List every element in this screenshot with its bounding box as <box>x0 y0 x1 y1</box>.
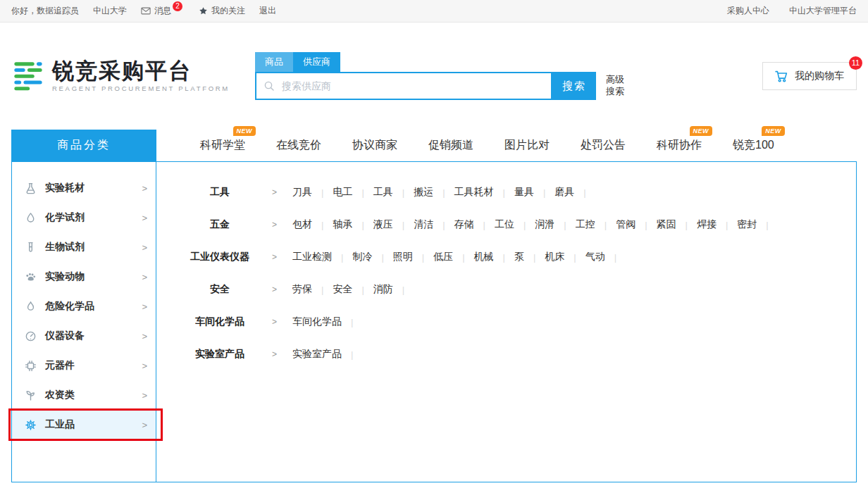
search-input[interactable] <box>280 80 544 92</box>
flyout-link[interactable]: 工位 <box>495 218 514 231</box>
logo[interactable]: 锐竞采购平台 REAGENT PROCUREMENT PLATFORM <box>11 59 244 93</box>
flyout-link[interactable]: 管阀 <box>616 218 636 231</box>
flyout-link[interactable]: 泵 <box>514 251 524 263</box>
flyout-category[interactable]: 工业仪表仪器 <box>170 251 269 263</box>
flyout-category[interactable]: 工具 <box>170 186 269 199</box>
flyout-link[interactable]: 轴承 <box>333 218 352 231</box>
flyout-link[interactable]: 劳保 <box>292 283 312 296</box>
nav-item-label: 图片比对 <box>504 139 550 151</box>
chevron-right-glyph: > <box>142 331 147 342</box>
cart-button[interactable]: 我的购物车 11 <box>762 62 857 90</box>
nav-item-label: 锐竞100 <box>733 139 774 151</box>
flyout-link[interactable]: 气动 <box>585 251 605 263</box>
chevron-right-glyph: > <box>142 301 147 312</box>
nav-item-6[interactable]: 科研协作NEW <box>657 138 702 153</box>
search-tab-0[interactable]: 商品 <box>255 52 293 72</box>
content: 实验耗材>化学试剂>生物试剂>实验动物>危险化学品>仪器设备>元器件>农资类>工… <box>11 161 857 482</box>
separator: | <box>321 285 323 295</box>
separator: | <box>766 220 768 230</box>
separator: | <box>574 252 576 263</box>
separator: | <box>604 220 607 230</box>
separator: | <box>381 252 383 263</box>
separator: | <box>583 187 585 198</box>
nav-item-3[interactable]: 促销频道 <box>428 138 473 153</box>
search-tab-1[interactable]: 供应商 <box>293 52 340 72</box>
flyout-row: 车间化学品>车间化学品| <box>170 306 856 338</box>
flyout-link[interactable]: 搬运 <box>414 186 433 199</box>
flyout-link[interactable]: 刀具 <box>292 186 312 199</box>
flyout-link[interactable]: 工控 <box>576 218 595 231</box>
nav-item-4[interactable]: 图片比对 <box>504 138 550 153</box>
sidebar-item-2[interactable]: 生物试剂> <box>12 232 156 262</box>
logo-title: 锐竞采购平台 <box>52 60 230 83</box>
flyout-link[interactable]: 车间化学品 <box>292 316 342 328</box>
sidebar-item-label: 农资类 <box>45 389 75 401</box>
flyout-link[interactable]: 电工 <box>333 186 352 199</box>
flyout-links: 工业检测|制冷|照明|低压|机械|泵|机床|气动| <box>292 251 626 263</box>
new-badge: NEW <box>690 126 713 136</box>
separator: | <box>422 252 424 263</box>
purchaser-center-link[interactable]: 采购人中心 <box>727 5 769 17</box>
chevron-right-glyph: > <box>142 420 147 430</box>
cart-label: 我的购物车 <box>795 70 844 82</box>
flyout-link[interactable]: 制冷 <box>352 251 372 263</box>
flyout-link[interactable]: 低压 <box>433 251 453 263</box>
header: 锐竞采购平台 REAGENT PROCUREMENT PLATFORM 商品供应… <box>0 23 868 130</box>
nav-item-2[interactable]: 协议商家 <box>352 138 397 153</box>
flyout-links: 实验室产品| <box>292 348 362 361</box>
flyout-link[interactable]: 工具 <box>373 186 393 199</box>
sidebar-item-5[interactable]: 仪器设备> <box>12 321 156 351</box>
university-link[interactable]: 中山大学 <box>93 5 127 17</box>
nav-item-7[interactable]: 锐竞100NEW <box>733 138 774 153</box>
sidebar-item-4[interactable]: 危险化学品> <box>12 292 156 321</box>
sidebar-item-7[interactable]: 农资类> <box>12 380 156 410</box>
flyout-link[interactable]: 包材 <box>292 218 312 231</box>
flyout-link[interactable]: 机床 <box>545 251 564 263</box>
separator: | <box>503 252 505 263</box>
flyout-link[interactable]: 安全 <box>333 283 352 296</box>
sidebar-item-3[interactable]: 实验动物> <box>12 262 156 292</box>
sidebar-item-8[interactable]: 工业品> <box>12 410 156 439</box>
sidebar-item-6[interactable]: 元器件> <box>12 351 156 380</box>
flyout-link[interactable]: 密封 <box>737 218 757 231</box>
flyout-category[interactable]: 车间化学品 <box>170 316 269 328</box>
flyout-link[interactable]: 照明 <box>393 251 413 263</box>
flyout-link[interactable]: 工业检测 <box>292 251 332 263</box>
nav-item-1[interactable]: 在线竞价 <box>276 138 321 153</box>
nav-item-0[interactable]: 科研学堂NEW <box>200 138 245 153</box>
flyout-category-marker: > <box>272 220 277 230</box>
favorites-link[interactable]: 我的关注 <box>199 5 245 17</box>
flyout-category[interactable]: 五金 <box>170 218 269 231</box>
category-header[interactable]: 商品分类 <box>11 130 156 161</box>
flyout-link[interactable]: 润滑 <box>535 218 554 231</box>
nav-item-5[interactable]: 处罚公告 <box>581 138 626 153</box>
messages-link[interactable]: 消息 2 <box>141 5 185 17</box>
flyout-category[interactable]: 安全 <box>170 283 269 296</box>
flyout-row: 安全>劳保|安全|消防| <box>170 273 856 306</box>
sidebar-item-1[interactable]: 化学试剂> <box>12 203 156 232</box>
flyout-link[interactable]: 清洁 <box>414 218 433 231</box>
flyout-link[interactable]: 存储 <box>454 218 474 231</box>
flyout-link[interactable]: 消防 <box>373 283 393 296</box>
flyout-link[interactable]: 机械 <box>474 251 494 263</box>
separator: | <box>361 187 364 198</box>
flyout-category[interactable]: 实验室产品 <box>170 348 269 361</box>
flyout-link[interactable]: 量具 <box>514 186 534 199</box>
sidebar-item-label: 危险化学品 <box>45 300 94 313</box>
admin-platform-link[interactable]: 中山大学管理平台 <box>789 5 857 17</box>
advanced-search-link[interactable]: 高级 搜索 <box>606 72 624 100</box>
flyout-links: 包材|轴承|液压|清洁|存储|工位|润滑|工控|管阀|紧固|焊接|密封| <box>292 218 778 231</box>
sprout-icon <box>25 389 37 401</box>
logout-link[interactable]: 退出 <box>259 5 276 17</box>
cart-badge: 11 <box>849 56 862 70</box>
flyout-link[interactable]: 工具耗材 <box>454 186 494 199</box>
flyout-link[interactable]: 焊接 <box>697 218 717 231</box>
envelope-icon <box>141 7 151 15</box>
sidebar-item-0[interactable]: 实验耗材> <box>12 173 156 203</box>
flyout-link[interactable]: 实验室产品 <box>292 348 342 361</box>
flyout-link[interactable]: 紧固 <box>657 218 676 231</box>
flyout-link[interactable]: 液压 <box>373 218 393 231</box>
search-button[interactable]: 搜索 <box>552 72 596 100</box>
flyout-link[interactable]: 磨具 <box>554 186 574 199</box>
separator: | <box>321 187 323 198</box>
